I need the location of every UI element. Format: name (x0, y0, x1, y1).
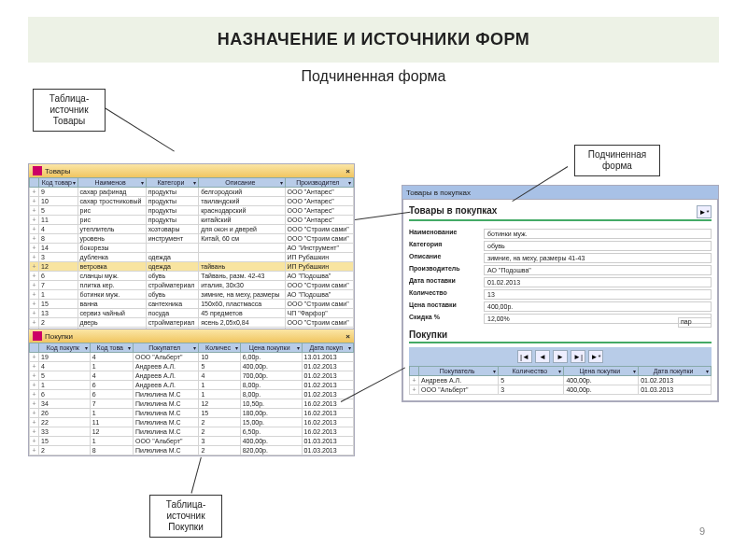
nav-new-button[interactable]: ►* (588, 350, 603, 363)
table-row[interactable]: +2дверьстройматериалясень 2,05х0,84ООО "… (30, 318, 354, 328)
field-label: Наименование (409, 229, 484, 239)
form-title: Товары в покупках (409, 205, 712, 216)
form-field-row: Количество13 (409, 289, 712, 300)
form-tab-bar[interactable]: Товары в покупках (402, 186, 718, 199)
table-row[interactable]: +7плитка кер.стройматериалиталия, 30x30О… (30, 281, 354, 290)
table-icon (33, 166, 42, 175)
table-row[interactable]: +28Пилюлина М.С2820,00р.01.03.2013 (30, 446, 354, 455)
table-row[interactable]: +1ботинки муж.обувьзимние, на меху, разм… (30, 290, 354, 300)
table-row[interactable]: +347Пилюлина М.С1210,50р.16.02.2013 (30, 399, 354, 409)
table-icon (33, 331, 42, 341)
field-value[interactable]: 400,00р. (484, 301, 712, 312)
nav-first-button[interactable]: |◄ (517, 350, 532, 363)
field-value[interactable]: обувь (484, 241, 712, 251)
table-row[interactable]: +ООО "Альберт"3400,00р.01.03.2013 (410, 385, 712, 395)
table-row[interactable]: +5риспродуктыкраснодарскийООО "Антарес" (30, 206, 354, 216)
pokupki-table-panel: Покупки × Код покупк▾Код това▾Покупател▾… (28, 329, 355, 456)
callout-tovary-source: Таблица-источник Товары (33, 89, 106, 132)
table-row[interactable]: +8уровеньинструментКитай, 60 смООО "Стро… (30, 234, 354, 244)
field-value[interactable]: 13 (484, 289, 712, 300)
close-icon[interactable]: × (345, 167, 350, 175)
table-row[interactable]: +261Пилюлина М.С15180,00р.16.02.2013 (30, 409, 354, 418)
table-row[interactable]: +4утеплительхозтоварыдля окон и дверейОО… (30, 225, 354, 234)
form-tab-label: Товары в покупках (406, 189, 471, 197)
column-header[interactable]: Покупател▾ (133, 343, 198, 353)
callout-pokupki-source: Таблица-источник Покупки (149, 495, 222, 538)
subform-datagrid[interactable]: Покупатель▾Количество▾Цена покупки▾Дата … (409, 366, 712, 395)
column-header[interactable]: Покупатель▾ (419, 367, 499, 376)
table-row[interactable]: +3дубленкаодеждаИП Рубашкин (30, 253, 354, 262)
table-row[interactable]: +12ветровкаодеждатайваньИП Рубашкин (30, 262, 354, 272)
page-number: 9 (699, 525, 705, 537)
tovary-datagrid[interactable]: Код товар▾Наименов▾Категори▾Описание▾Про… (29, 177, 354, 337)
column-header[interactable]: Цена покупки▾ (240, 343, 302, 353)
column-header[interactable]: Производител▾ (285, 178, 353, 188)
nav-next-button[interactable]: ► (553, 350, 568, 363)
slide-title-band: НАЗНАЧЕНИЕ И ИСТОЧНИКИ ФОРМ (28, 17, 719, 63)
subform-record-nav: |◄ ◄ ► ►| ►* (409, 347, 712, 366)
field-value[interactable]: зимние, на меху, размеры 41-43 (484, 253, 712, 263)
form-field-row: Наименованиеботинки муж. (409, 229, 712, 239)
field-value[interactable]: АО "Подошва" (484, 265, 712, 275)
slide-subtitle: Подчиненная форма (0, 68, 747, 85)
column-header[interactable]: Количес▾ (199, 343, 240, 353)
form-field-row: Скидка %12,00% (409, 314, 712, 324)
column-header[interactable]: Количество▾ (499, 367, 564, 376)
nav-new-button[interactable]: ►* (697, 205, 712, 218)
table-row[interactable]: +9сахар рафинадпродуктыбелгородскийООО "… (30, 188, 354, 197)
callout-subform: Подчиненная форма (574, 145, 660, 176)
column-header[interactable]: Дата покуп▾ (302, 343, 353, 353)
table-row[interactable]: +14бокорезыАО "Инструмент" (30, 244, 354, 253)
column-header[interactable]: Цена покупки▾ (564, 367, 639, 376)
field-label: Дата поставки (409, 277, 484, 287)
table-row[interactable]: +6сланцы муж.обувьТайвань, разм. 42-43АО… (30, 272, 354, 281)
field-label: Цена поставки (409, 301, 484, 312)
table-row[interactable]: +66Пилюлина М.С18,00р.01.02.2013 (30, 390, 354, 399)
pokupki-tab-bar[interactable]: Покупки × (29, 329, 354, 343)
nav-prev-button[interactable]: ◄ (535, 350, 550, 363)
field-value[interactable]: ботинки муж. (484, 229, 712, 239)
table-row[interactable]: +2211Пилюлина М.С215,00р.16.02.2013 (30, 418, 354, 427)
column-header[interactable]: Категори▾ (146, 178, 199, 188)
subform-title: Покупки (409, 329, 712, 343)
pokupki-datagrid[interactable]: Код покупк▾Код това▾Покупател▾Количес▾Це… (29, 343, 354, 455)
table-row[interactable]: +151ООО "Альберт"3400,00р.01.03.2013 (30, 437, 354, 446)
column-header[interactable]: Код товар▾ (39, 178, 78, 188)
form-field-row: Описаниезимние, на меху, размеры 41-43 (409, 253, 712, 263)
table-row[interactable]: +194ООО "Альберт"106,00р.13.01.2013 (30, 353, 354, 362)
tovary-table-panel: Товары × Код товар▾Наименов▾Категори▾Опи… (28, 163, 355, 338)
pokupki-tab-label: Покупки (45, 332, 73, 341)
field-label: Скидка % (409, 314, 484, 324)
form-field-row: Дата поставки01.02.2013 (409, 277, 712, 287)
field-label: Производитель (409, 265, 484, 275)
column-header[interactable]: Код покупк▾ (39, 343, 91, 353)
field-value[interactable]: 01.02.2013 (484, 277, 712, 287)
table-row[interactable]: +15ваннасантехника150x60, пластмассаООО … (30, 300, 354, 309)
form-field-row: Цена поставки400,00р. (409, 301, 712, 312)
table-row[interactable]: +16Андреев А.Л.18,00р.01.02.2013 (30, 381, 354, 390)
table-row[interactable]: +Андреев А.Л.5400,00р.01.02.2013 (410, 376, 712, 385)
table-row[interactable]: +13сервиз чайныйпосуда45 предметовЧП "Фа… (30, 309, 354, 318)
table-row[interactable]: +10сахар тростниковыйпродуктытаиландский… (30, 197, 354, 206)
leader-line (191, 457, 202, 494)
tovary-tab-bar[interactable]: Товары × (29, 164, 354, 177)
leader-line (105, 107, 175, 151)
subform-panel: Товары в покупках ►* Товары в покупках Н… (402, 185, 719, 402)
tovary-tab-label: Товары (45, 167, 71, 175)
slide-title: НАЗНАЧЕНИЕ И ИСТОЧНИКИ ФОРМ (28, 30, 719, 49)
column-header[interactable]: Код това▾ (90, 343, 133, 353)
nav-last-button[interactable]: ►| (571, 350, 585, 363)
field-label: Описание (409, 253, 484, 263)
column-header[interactable]: Дата покупки▾ (639, 367, 712, 376)
table-row[interactable]: +54Андреев А.Л.4700,00р.01.02.2013 (30, 371, 354, 381)
column-header[interactable]: Описание▾ (199, 178, 285, 188)
table-row[interactable]: +3312Пилюлина М.С26,50р.16.02.2013 (30, 427, 354, 437)
table-row[interactable]: +41Андреев А.Л.5400,00р.01.02.2013 (30, 362, 354, 371)
close-icon[interactable]: × (345, 332, 350, 341)
field-label: Категория (409, 241, 484, 251)
form-field-row: Категорияобувь (409, 241, 712, 251)
unit-field[interactable]: пар (678, 317, 712, 328)
form-field-row: ПроизводительАО "Подошва" (409, 265, 712, 275)
table-row[interactable]: +11риспродуктыкитайскийООО "Антарес" (30, 216, 354, 225)
column-header[interactable]: Наименов▾ (78, 178, 146, 188)
